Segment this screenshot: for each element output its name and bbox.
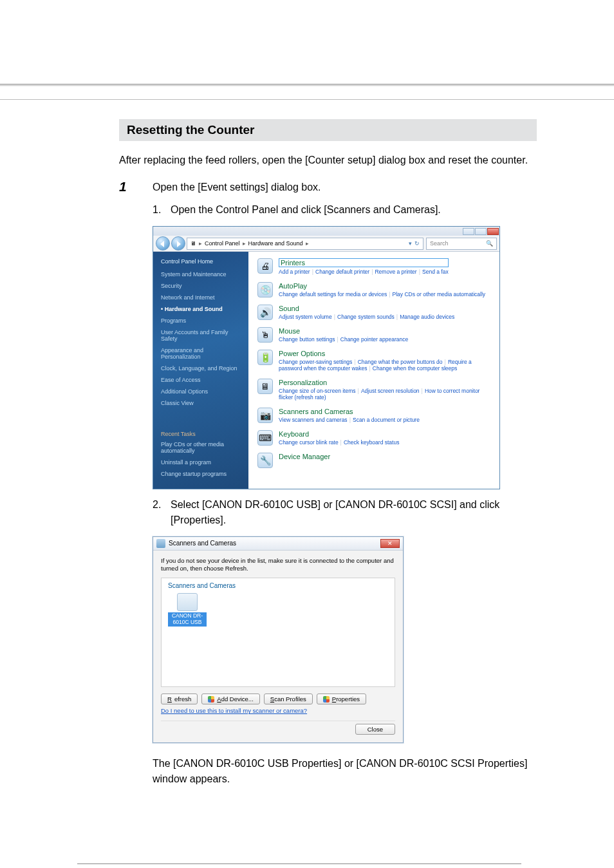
task-link[interactable]: Adjust system volume [279,314,332,320]
crumb-hardware-sound[interactable]: Hardware and Sound [248,240,303,247]
category-scanners-and-cameras: 📷Scanners and CamerasView scanners and c… [257,408,493,423]
task-link[interactable]: Change when the computer sleeps [373,365,457,372]
category-icon: ⌨ [257,430,273,446]
category-title[interactable]: Keyboard [279,430,399,438]
substep-text: Open the Control Panel and click [Scanne… [171,202,441,217]
description-text: If you do not see your device in the lis… [161,557,395,573]
group-title: Scanners and Cameras [168,582,388,589]
scan-profiles-button[interactable]: Scan Profiles [264,693,313,704]
task-link[interactable]: Change button settings [279,336,335,343]
minimize-button[interactable] [463,228,474,235]
substep-2: 2. Select [CANON DR-6010C USB] or [CANON… [153,497,537,527]
close-button[interactable]: ✕ [380,539,400,548]
close-button[interactable] [487,228,499,235]
add-device-button[interactable]: Add Device... [201,693,260,704]
substep-text: Select [CANON DR-6010C USB] or [CANON DR… [171,497,537,527]
refresh-button[interactable]: Refresh [161,693,198,704]
task-link[interactable]: Change power-saving settings [279,359,352,365]
task-link[interactable]: Check keyboard status [344,439,399,446]
category-autoplay: 💿AutoPlayChange default settings for med… [257,282,493,297]
sidebar-item-user-accounts[interactable]: User Accounts and Family Safety [161,329,242,342]
recent-task-3[interactable]: Change startup programs [161,471,242,477]
step-number: 1 [119,179,137,194]
sidebar-item-additional[interactable]: Additional Options [161,388,242,395]
substep-number: 2. [153,497,164,527]
category-icon: 🔊 [257,305,273,320]
properties-button[interactable]: Properties [317,693,366,704]
category-printers: 🖨PrintersAdd a printer|Change default pr… [257,258,493,275]
top-gradient-rule [0,84,614,86]
sidebar-item-network[interactable]: Network and Internet [161,294,242,301]
dropdown-icon[interactable]: ▾ [409,240,412,247]
task-link[interactable]: Change pointer appearance [340,336,408,343]
task-link[interactable]: Remove a printer [375,269,416,275]
search-icon: 🔍 [486,240,493,247]
task-link[interactable]: Change default printer [315,269,369,275]
category-title[interactable]: Personalization [279,379,493,386]
refresh-icon[interactable]: ↻ [414,240,420,247]
category-keyboard: ⌨KeyboardChange cursor blink rate|Check … [257,430,493,446]
category-tasks: Change size of on-screen items|Adjust sc… [279,388,493,401]
control-panel-window: 🖥 ▸ Control Panel ▸ Hardware and Sound ▸… [153,226,500,489]
sidebar-item-classic[interactable]: Classic View [161,400,242,406]
window-title: Scanners and Cameras [169,540,236,547]
section-title: Resetting the Counter [119,119,537,141]
task-link[interactable]: View scanners and cameras [279,417,348,423]
sidebar-item-system[interactable]: System and Maintenance [161,271,242,278]
category-tasks: Change cursor blink rate|Check keyboard … [279,439,399,446]
sidebar-item-appearance[interactable]: Appearance and Personalization [161,347,242,360]
back-button[interactable] [156,236,170,250]
sidebar-item-hardware-sound[interactable]: Hardware and Sound [161,306,242,312]
category-title[interactable]: Device Manager [279,453,330,460]
maximize-button[interactable] [475,228,487,235]
crumb-control-panel[interactable]: Control Panel [205,240,240,247]
close-button[interactable]: Close [355,724,395,735]
sidebar-item-ease-access[interactable]: Ease of Access [161,377,242,383]
task-link[interactable]: Change system sounds [337,314,395,320]
category-title[interactable]: Printers [279,258,449,267]
sidebar-item-security[interactable]: Security [161,283,242,289]
category-title[interactable]: Mouse [279,327,408,335]
window-titlebar [153,227,499,236]
task-link[interactable]: Change default settings for media or dev… [279,291,387,297]
breadcrumb[interactable]: 🖥 ▸ Control Panel ▸ Hardware and Sound ▸… [187,238,423,250]
substep-number: 1. [153,202,164,217]
forward-button[interactable] [171,236,185,250]
category-title[interactable]: AutoPlay [279,282,485,290]
screenshot-control-panel: 🖥 ▸ Control Panel ▸ Hardware and Sound ▸… [153,226,537,489]
device-item[interactable]: CANON DR-6010C USB [168,593,207,627]
task-link[interactable]: Play CDs or other media automatically [393,291,486,297]
dialog-footer: Close [161,721,395,735]
scanners-window: Scanners and Cameras ✕ If you do not see… [153,536,404,744]
category-title[interactable]: Scanners and Cameras [279,408,420,415]
task-link[interactable]: Scan a document or picture [353,417,420,423]
sidebar-item-programs[interactable]: Programs [161,317,242,324]
task-link[interactable]: Change size of on-screen items [279,388,356,394]
screenshot-scanners-cameras: Scanners and Cameras ✕ If you do not see… [153,536,537,744]
recent-task-1[interactable]: Play CDs or other media automatically [161,441,242,454]
task-link[interactable]: Manage audio devices [400,314,454,320]
task-link[interactable]: Change what the power buttons do [358,359,443,365]
task-link[interactable]: Send a fax [422,269,449,275]
intro-text: After replacing the feed rollers, open t… [119,153,537,167]
category-title[interactable]: Power Options [279,350,493,357]
address-bar: 🖥 ▸ Control Panel ▸ Hardware and Sound ▸… [153,236,499,252]
search-input[interactable]: Search 🔍 [426,238,497,250]
result-text: The [CANON DR-6010C USB Properties] or [… [153,756,537,786]
window-titlebar: Scanners and Cameras ✕ [153,537,403,551]
category-sound: 🔊SoundAdjust system volume|Change system… [257,305,493,320]
task-link[interactable]: Adjust screen resolution [361,388,420,394]
sidebar-home[interactable]: Control Panel Home [161,258,242,265]
window-icon [156,539,165,548]
sidebar-item-clock[interactable]: Clock, Language, and Region [161,365,242,372]
recent-task-2[interactable]: Uninstall a program [161,459,242,466]
task-link[interactable]: Add a printer [279,269,310,275]
step-text: Open the [Event settings] dialog box. [153,179,321,194]
category-tasks: Add a printer|Change default printer|Rem… [279,269,449,275]
substep-1: 1. Open the Control Panel and click [Sca… [153,202,537,217]
device-label: CANON DR-6010C USB [168,612,207,627]
device-group: Scanners and Cameras CANON DR-6010C USB [161,578,395,687]
category-title[interactable]: Sound [279,305,454,312]
task-link[interactable]: Change cursor blink rate [279,439,339,446]
help-link[interactable]: Do I need to use this to install my scan… [161,707,307,714]
